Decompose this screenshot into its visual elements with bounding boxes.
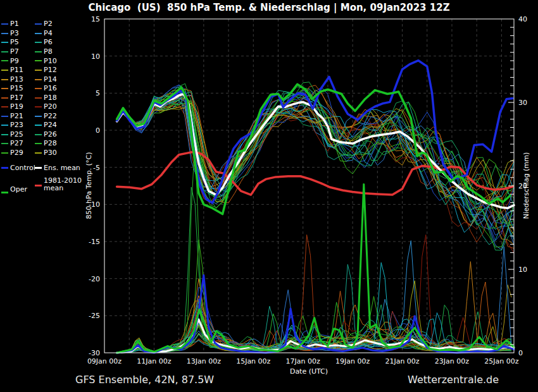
- legend-label: P23: [10, 121, 23, 129]
- x-tick-label: 21Jan 00z: [385, 357, 419, 365]
- legend-label: P24: [44, 121, 57, 129]
- legend-item-1981-2010-mean: 1981-2010 mean: [35, 177, 84, 192]
- axes: 151050-5-10-15-20-25-3040302010009Jan 00…: [87, 15, 527, 365]
- legend-label: P9: [10, 58, 19, 65]
- legend-item-p21: P21: [1, 113, 35, 120]
- legend-row: P13P14: [1, 75, 85, 84]
- legend-label: P25: [10, 131, 23, 138]
- x-tick-label: 15Jan 00z: [236, 357, 270, 365]
- left-tick-label: 15: [91, 15, 100, 23]
- legend-swatch: [1, 70, 8, 71]
- legend-row: P9P10: [1, 56, 85, 66]
- legend-swatch: [35, 106, 42, 107]
- legend-swatch: [1, 42, 8, 43]
- legend-item-p14: P14: [35, 76, 84, 83]
- legend-swatch: [35, 134, 42, 135]
- legend-swatch: [35, 116, 42, 117]
- left-axis-label: 850 hPa Temp. (°C): [85, 91, 93, 281]
- legend-swatch: [35, 125, 42, 126]
- legend-label: P12: [44, 66, 57, 74]
- legend-item-control: Control: [1, 164, 35, 172]
- legend-swatch: [1, 134, 8, 135]
- legend-item-p24: P24: [35, 121, 84, 129]
- legend-swatch: [35, 60, 42, 61]
- left-tick-label: 10: [91, 52, 100, 61]
- legend-item-p3: P3: [1, 30, 35, 37]
- legend-label: P14: [44, 76, 57, 83]
- legend-item-p6: P6: [35, 39, 84, 46]
- legend-row: P17P18: [1, 93, 85, 102]
- legend-label: P6: [44, 39, 53, 46]
- legend-label: P16: [44, 85, 57, 92]
- legend-label: P4: [44, 30, 53, 37]
- legend-label: P18: [44, 94, 57, 102]
- legend-swatch: [35, 88, 42, 89]
- legend-label: P10: [44, 58, 57, 65]
- legend-swatch: [1, 106, 8, 107]
- legend-item-p11: P11: [1, 66, 35, 74]
- footer-branding: Wetterzentrale.de: [408, 374, 499, 386]
- x-tick-label: 23Jan 00z: [435, 357, 469, 365]
- legend-swatch: [35, 33, 42, 34]
- legend-row: P11P12: [1, 66, 85, 75]
- legend-item-p4: P4: [35, 30, 84, 37]
- meteogram-page: Chicago (US) 850 hPa Temp. & Niederschla…: [0, 0, 538, 392]
- legend-item-p15: P15: [1, 85, 35, 92]
- legend-swatch: [35, 42, 42, 43]
- legend-label: P17: [10, 94, 23, 102]
- legend-label: P5: [10, 39, 19, 46]
- legend-label: P13: [10, 76, 23, 83]
- legend-label: Ens. mean: [44, 164, 80, 172]
- legend-swatch: [1, 79, 8, 80]
- left-tick-label: -30: [89, 349, 100, 357]
- legend-label: P30: [44, 149, 57, 157]
- x-tick-label: 25Jan 00z: [484, 357, 518, 365]
- legend-item-p5: P5: [1, 39, 35, 46]
- legend-row: P27P28: [1, 139, 85, 149]
- footer-model-info: GFS Ensemble, 42N, 87.5W: [75, 374, 214, 386]
- legend-label: P11: [10, 66, 23, 74]
- legend-item-p10: P10: [35, 58, 84, 65]
- legend-item-ens-mean: Ens. mean: [35, 164, 84, 172]
- left-tick-label: 0: [96, 126, 100, 135]
- legend-item-p13: P13: [1, 76, 35, 83]
- legend-row: P3P4: [1, 29, 85, 39]
- x-tick-label: 11Jan 00z: [137, 357, 171, 365]
- member-temp-P4: [117, 96, 514, 229]
- legend-swatch: [1, 152, 8, 154]
- legend-item-p28: P28: [35, 140, 84, 147]
- legend-swatch: [35, 167, 42, 169]
- x-axis-label: Date (UTC): [214, 367, 404, 376]
- legend-item-p12: P12: [35, 66, 84, 74]
- legend-label: P28: [44, 140, 57, 147]
- legend-item-p18: P18: [35, 94, 84, 102]
- legend-swatch: [1, 116, 8, 117]
- legend-label: Oper: [10, 186, 27, 193]
- member-precip-P8: [117, 187, 512, 353]
- legend-swatch: [35, 143, 42, 144]
- legend-swatch: [35, 23, 42, 25]
- legend-swatch: [1, 125, 8, 126]
- legend-row: P7P8: [1, 47, 85, 57]
- legend-swatch: [1, 23, 8, 25]
- legend-label: P20: [44, 103, 57, 111]
- legend-item-p9: P9: [1, 58, 35, 65]
- legend-swatch: [1, 33, 8, 34]
- x-tick-label: 19Jan 00z: [335, 357, 370, 365]
- member-precip-P18: [117, 235, 512, 353]
- legend-swatch: [1, 167, 8, 169]
- ensemble-member-lines: [117, 82, 514, 353]
- legend-label: P27: [10, 140, 23, 147]
- legend-label: P2: [44, 20, 53, 28]
- legend-swatch: [1, 51, 8, 52]
- x-tick-label: 13Jan 00z: [187, 357, 221, 365]
- legend-row: P29P30: [1, 149, 85, 158]
- legend-item-p22: P22: [35, 113, 84, 120]
- legend-label: P1: [10, 20, 19, 28]
- x-tick-label: 17Jan 00z: [286, 357, 320, 365]
- legend-swatch: [1, 143, 8, 144]
- right-tick-label: 40: [518, 15, 527, 23]
- legend-row: P21P22: [1, 111, 85, 121]
- legend-swatch: [35, 70, 42, 71]
- legend-row-special: Oper1981-2010 mean: [1, 177, 85, 193]
